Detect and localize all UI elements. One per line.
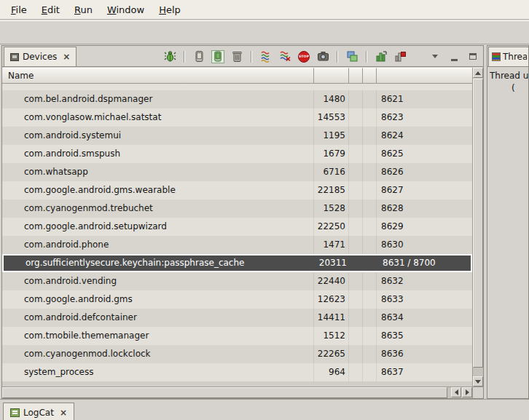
cell-blank bbox=[349, 145, 363, 163]
vertical-scroll-thumb[interactable] bbox=[473, 79, 483, 368]
threads-body: Thread up ( bbox=[487, 67, 528, 95]
cell-blank bbox=[350, 255, 364, 271]
cell-blank bbox=[363, 363, 377, 381]
main-area: Devices × bbox=[0, 45, 529, 399]
menu-file[interactable]: File bbox=[4, 1, 34, 18]
threads-view: Threads × Thread up ( bbox=[487, 45, 529, 399]
close-icon[interactable]: × bbox=[60, 408, 67, 417]
update-threads-icon[interactable] bbox=[259, 50, 273, 63]
column-header-pid[interactable] bbox=[314, 68, 349, 84]
cell-blank bbox=[363, 327, 377, 345]
scroll-down-button[interactable] bbox=[473, 376, 483, 387]
cell-blank bbox=[363, 181, 377, 199]
stop-sign: STOP bbox=[298, 51, 310, 63]
update-heap-icon[interactable] bbox=[192, 50, 205, 63]
cell-blank bbox=[349, 218, 363, 236]
process-row[interactable]: com.whatsapp67168626 bbox=[2, 163, 472, 181]
process-port: 8626 bbox=[377, 163, 472, 181]
screen-capture-icon[interactable] bbox=[316, 50, 329, 63]
start-profiling-icon[interactable] bbox=[375, 50, 388, 63]
threads-message-line2: ( bbox=[490, 82, 528, 95]
scroll-right-button[interactable] bbox=[462, 387, 472, 397]
stop-sign-label: STOP bbox=[299, 55, 309, 58]
scroll-left-button[interactable] bbox=[451, 387, 461, 397]
process-row[interactable]: com.android.phone14718630 bbox=[2, 236, 472, 254]
process-port: 8621 bbox=[377, 90, 472, 108]
view-hierarchy-icon[interactable] bbox=[345, 50, 358, 63]
rows-viewport: com.bel.android.dspmanager14808621com.vo… bbox=[2, 84, 472, 387]
process-row[interactable]: com.android.systemui11958624 bbox=[2, 127, 472, 145]
cell-blank bbox=[363, 90, 377, 108]
horizontal-scroll-thumb[interactable] bbox=[2, 387, 447, 398]
devices-icon bbox=[10, 53, 19, 61]
process-port: 8635 bbox=[377, 327, 472, 345]
process-pid: 1512 bbox=[314, 327, 349, 345]
menu-window[interactable]: Window bbox=[100, 1, 152, 18]
process-pid: 1471 bbox=[314, 236, 349, 254]
threads-message-line1: Thread up bbox=[490, 70, 528, 82]
process-row[interactable]: com.cyanogenmod.trebuchet15288628 bbox=[2, 199, 472, 218]
process-port: 8637 bbox=[377, 363, 472, 381]
process-row[interactable]: org.sufficientlysecure.keychain:passphra… bbox=[2, 254, 472, 272]
tab-logcat[interactable]: LogCat × bbox=[3, 403, 74, 420]
cell-blank bbox=[349, 181, 363, 199]
process-row[interactable]: com.cyanogenmod.lockclock222658636 bbox=[2, 345, 472, 363]
process-row[interactable]: com.bel.android.dspmanager14808621 bbox=[2, 90, 472, 108]
process-row[interactable]: system_process9648637 bbox=[2, 363, 472, 381]
stop-process-icon[interactable]: STOP bbox=[297, 50, 310, 63]
process-port: 8636 bbox=[377, 345, 472, 363]
process-row[interactable]: com.android.defcontainer144118634 bbox=[2, 309, 472, 327]
refresh-threads-icon[interactable] bbox=[278, 50, 291, 63]
column-header-name[interactable]: Name bbox=[2, 68, 314, 84]
process-port: 8624 bbox=[377, 127, 472, 145]
threads-tabrow: Threads × bbox=[487, 46, 528, 67]
menu-run[interactable]: Run bbox=[67, 1, 100, 18]
process-row[interactable]: com.android.smspush16798625 bbox=[2, 145, 472, 163]
devices-toolbar: STOP bbox=[163, 46, 479, 67]
view-menu-icon[interactable] bbox=[428, 50, 442, 63]
process-pid: 1480 bbox=[314, 90, 349, 108]
dump-hprof-icon[interactable] bbox=[211, 50, 224, 63]
process-rows: com.bel.android.dspmanager14808621com.vo… bbox=[2, 90, 472, 381]
process-port: 8625 bbox=[377, 145, 472, 163]
tab-threads-label: Threads bbox=[503, 52, 527, 62]
menu-help[interactable]: Help bbox=[152, 1, 188, 18]
column-header-blank[interactable] bbox=[363, 68, 377, 84]
cell-blank bbox=[364, 255, 378, 271]
process-row[interactable]: com.google.android.setupwizard222508629 bbox=[2, 218, 472, 236]
debug-process-icon[interactable] bbox=[163, 50, 176, 63]
toolbar-separator bbox=[366, 51, 367, 63]
tab-devices[interactable]: Devices × bbox=[4, 47, 77, 66]
maximize-icon[interactable] bbox=[466, 50, 479, 63]
scrollbar-corner bbox=[472, 387, 483, 398]
process-port: 8631 / 8700 bbox=[378, 255, 471, 271]
process-name: com.android.vending bbox=[2, 272, 314, 290]
process-row[interactable]: com.tmobile.thememanager15128635 bbox=[2, 327, 472, 345]
minimize-icon[interactable] bbox=[447, 50, 461, 63]
process-row[interactable]: com.vonglasow.michael.satstat145538623 bbox=[2, 108, 472, 127]
horizontal-scrollbar[interactable] bbox=[2, 387, 472, 398]
process-row[interactable]: com.android.vending224408632 bbox=[2, 272, 472, 290]
cell-blank bbox=[363, 218, 377, 236]
scroll-up-button[interactable] bbox=[473, 68, 483, 78]
cell-blank bbox=[349, 199, 363, 218]
vertical-scrollbar[interactable] bbox=[472, 68, 483, 387]
cell-blank bbox=[349, 345, 363, 363]
column-header-blank[interactable] bbox=[349, 68, 363, 84]
cell-blank bbox=[363, 145, 377, 163]
tab-threads[interactable]: Threads × bbox=[488, 47, 528, 66]
process-name: com.cyanogenmod.trebuchet bbox=[2, 199, 314, 218]
process-name: com.bel.android.dspmanager bbox=[2, 90, 314, 108]
cause-gc-icon[interactable] bbox=[230, 50, 243, 63]
process-row[interactable]: com.google.android.gms.wearable221858627 bbox=[2, 181, 472, 199]
process-pid: 12623 bbox=[314, 290, 349, 309]
stop-profiling-icon[interactable] bbox=[393, 50, 407, 63]
column-header-port[interactable] bbox=[377, 68, 472, 84]
cell-blank bbox=[363, 272, 377, 290]
process-row[interactable]: com.google.android.gms126238633 bbox=[2, 290, 472, 309]
toolbar-separator bbox=[337, 51, 338, 63]
cell-blank bbox=[349, 108, 363, 127]
close-icon[interactable]: × bbox=[63, 52, 70, 61]
menu-edit[interactable]: Edit bbox=[34, 1, 67, 18]
process-port: 8630 bbox=[377, 236, 472, 254]
